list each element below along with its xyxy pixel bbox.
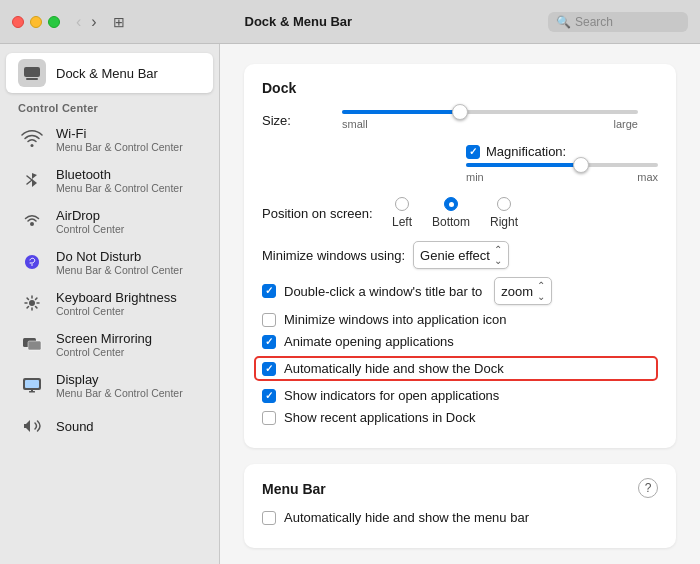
- minimize-effect-value: Genie effect: [420, 248, 490, 263]
- mag-slider-thumb[interactable]: [573, 157, 589, 173]
- airdrop-label: AirDrop: [56, 208, 124, 223]
- sidebar-item-screen-mirroring[interactable]: Screen Mirroring Control Center: [6, 324, 213, 364]
- dropdown-arrow-icon: ⌃⌄: [494, 244, 502, 266]
- position-label: Position on screen:: [262, 206, 392, 221]
- mag-slider-container: min max: [466, 163, 658, 183]
- sidebar-item-wifi[interactable]: Wi-Fi Menu Bar & Control Center: [6, 119, 213, 159]
- sound-text: Sound: [56, 419, 94, 434]
- mag-slider-labels: min max: [466, 171, 658, 183]
- show-indicators-checkbox[interactable]: [262, 389, 276, 403]
- dnd-icon: [18, 248, 46, 276]
- double-click-effect-value: zoom: [501, 284, 533, 299]
- svg-point-3: [31, 264, 33, 266]
- auto-hide-dock-checkbox[interactable]: [262, 362, 276, 376]
- display-sub: Menu Bar & Control Center: [56, 387, 183, 399]
- magnification-checkbox[interactable]: [466, 145, 480, 159]
- sidebar-item-sound[interactable]: Sound: [6, 406, 213, 446]
- position-bottom[interactable]: Bottom: [432, 197, 470, 229]
- position-right-radio[interactable]: [497, 197, 511, 211]
- minimize-label: Minimize windows using:: [262, 248, 405, 263]
- minimize-effect-dropdown[interactable]: Genie effect ⌃⌄: [413, 241, 509, 269]
- show-indicators-label: Show indicators for open applications: [284, 388, 499, 403]
- bluetooth-sub: Menu Bar & Control Center: [56, 182, 183, 194]
- show-recent-row: Show recent applications in Dock: [262, 410, 658, 425]
- display-text: Display Menu Bar & Control Center: [56, 372, 183, 399]
- close-button[interactable]: [12, 16, 24, 28]
- position-right[interactable]: Right: [490, 197, 518, 229]
- sidebar: Dock & Menu Bar Control Center Wi-Fi Men…: [0, 44, 220, 564]
- auto-hide-menubar-label: Automatically hide and show the menu bar: [284, 510, 529, 525]
- position-bottom-label: Bottom: [432, 215, 470, 229]
- show-recent-checkbox[interactable]: [262, 411, 276, 425]
- mag-min-label: min: [466, 171, 484, 183]
- wifi-sub: Menu Bar & Control Center: [56, 141, 183, 153]
- sidebar-item-kb-brightness[interactable]: Keyboard Brightness Control Center: [6, 283, 213, 323]
- show-recent-label: Show recent applications in Dock: [284, 410, 476, 425]
- auto-hide-menubar-row: Automatically hide and show the menu bar: [262, 510, 658, 525]
- kb-brightness-label: Keyboard Brightness: [56, 290, 177, 305]
- double-click-row: Double-click a window's title bar to zoo…: [262, 277, 658, 305]
- minimize-button[interactable]: [30, 16, 42, 28]
- size-slider-fill: [342, 110, 460, 114]
- double-click-dropdown-arrow-icon: ⌃⌄: [537, 280, 545, 302]
- double-click-effect-dropdown[interactable]: zoom ⌃⌄: [494, 277, 552, 305]
- animate-checkbox[interactable]: [262, 335, 276, 349]
- position-left[interactable]: Left: [392, 197, 412, 229]
- wifi-text: Wi-Fi Menu Bar & Control Center: [56, 126, 183, 153]
- position-bottom-radio[interactable]: [444, 197, 458, 211]
- display-icon: [18, 371, 46, 399]
- search-box[interactable]: 🔍: [548, 12, 688, 32]
- airdrop-text: AirDrop Control Center: [56, 208, 124, 235]
- animate-label: Animate opening applications: [284, 334, 454, 349]
- dock-section-title: Dock: [262, 80, 658, 96]
- search-icon: 🔍: [556, 15, 571, 29]
- screen-mirroring-text: Screen Mirroring Control Center: [56, 331, 152, 358]
- auto-hide-menubar-checkbox[interactable]: [262, 511, 276, 525]
- minimize-row: Minimize windows using: Genie effect ⌃⌄: [262, 241, 658, 269]
- position-row: Position on screen: Left Bottom Right: [262, 197, 658, 229]
- minimize-app-checkbox[interactable]: [262, 313, 276, 327]
- wifi-label: Wi-Fi: [56, 126, 183, 141]
- svg-point-2: [30, 222, 34, 226]
- sidebar-item-bluetooth[interactable]: Bluetooth Menu Bar & Control Center: [6, 160, 213, 200]
- dock-section: Dock Size: small large: [244, 64, 676, 448]
- position-right-label: Right: [490, 215, 518, 229]
- kb-brightness-icon: [18, 289, 46, 317]
- size-label: Size:: [262, 113, 342, 128]
- show-indicators-row: Show indicators for open applications: [262, 388, 658, 403]
- bluetooth-label: Bluetooth: [56, 167, 183, 182]
- sidebar-item-dock-menu-bar[interactable]: Dock & Menu Bar: [6, 53, 213, 93]
- dock-menu-bar-text: Dock & Menu Bar: [56, 66, 158, 81]
- size-slider-thumb[interactable]: [452, 104, 468, 120]
- dock-menu-bar-icon: [18, 59, 46, 87]
- double-click-checkbox[interactable]: [262, 284, 276, 298]
- svg-rect-14: [28, 341, 41, 350]
- sidebar-item-dnd[interactable]: Do Not Disturb Menu Bar & Control Center: [6, 242, 213, 282]
- display-label: Display: [56, 372, 183, 387]
- minimize-app-label: Minimize windows into application icon: [284, 312, 507, 327]
- position-left-radio[interactable]: [395, 197, 409, 211]
- minimize-app-row: Minimize windows into application icon: [262, 312, 658, 327]
- svg-rect-1: [26, 78, 38, 80]
- svg-rect-0: [24, 67, 40, 77]
- sidebar-item-airdrop[interactable]: AirDrop Control Center: [6, 201, 213, 241]
- sound-icon: [18, 412, 46, 440]
- svg-line-11: [36, 298, 37, 299]
- kb-brightness-text: Keyboard Brightness Control Center: [56, 290, 177, 317]
- wifi-icon: [18, 125, 46, 153]
- help-button[interactable]: ?: [638, 478, 658, 498]
- bluetooth-icon: [18, 166, 46, 194]
- auto-hide-dock-label: Automatically hide and show the Dock: [284, 361, 504, 376]
- search-input[interactable]: [575, 15, 675, 29]
- dnd-label: Do Not Disturb: [56, 249, 183, 264]
- dnd-text: Do Not Disturb Menu Bar & Control Center: [56, 249, 183, 276]
- magnification-label: Magnification:: [486, 144, 566, 159]
- sidebar-item-display[interactable]: Display Menu Bar & Control Center: [6, 365, 213, 405]
- position-options: Left Bottom Right: [392, 197, 518, 229]
- screen-mirroring-icon: [18, 330, 46, 358]
- kb-brightness-sub: Control Center: [56, 305, 177, 317]
- dock-menu-bar-label: Dock & Menu Bar: [56, 66, 158, 81]
- svg-rect-16: [25, 380, 39, 388]
- menu-bar-section: Menu Bar ? Automatically hide and show t…: [244, 464, 676, 548]
- title-bar: ‹ › ⊞ Dock & Menu Bar 🔍: [0, 0, 700, 44]
